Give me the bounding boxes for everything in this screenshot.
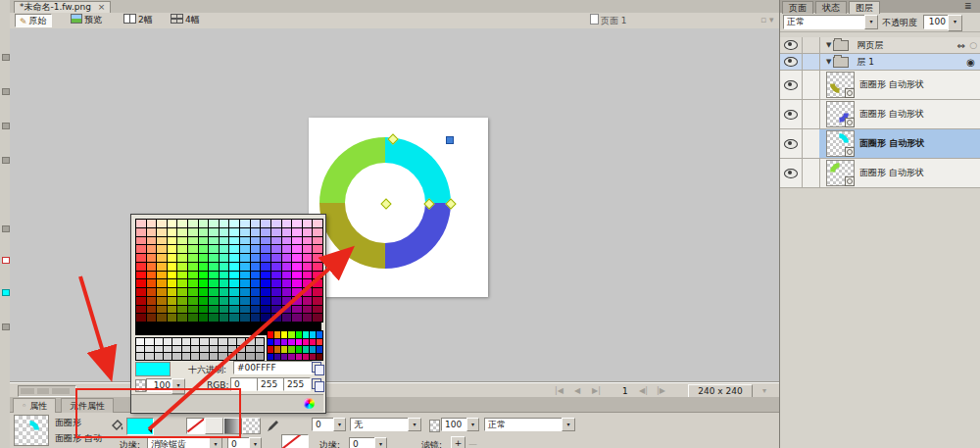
stroke-edge-field[interactable]: 0 <box>349 437 377 448</box>
edge-mode-dropdown[interactable]: 消除锯齿 <box>147 437 213 448</box>
first-page-button[interactable]: |◀ <box>555 386 564 395</box>
palette-swatch[interactable] <box>136 245 146 253</box>
palette-swatch[interactable] <box>292 245 302 253</box>
palette-swatch[interactable] <box>251 314 261 322</box>
opacity-stepper[interactable]: ▾ <box>466 418 479 431</box>
palette-swatch[interactable] <box>188 254 198 262</box>
layer-visibility-toggle[interactable] <box>780 54 803 70</box>
palette-swatch[interactable] <box>209 220 219 227</box>
palette-swatch[interactable] <box>268 346 273 353</box>
palette-swatch[interactable] <box>296 339 302 346</box>
palette-swatch[interactable] <box>229 220 239 227</box>
palette-swatch[interactable] <box>199 220 209 227</box>
step-forward-button[interactable]: |▶ <box>657 386 665 395</box>
palette-swatch[interactable] <box>177 237 187 245</box>
palette-swatch[interactable] <box>261 254 270 262</box>
palette-swatch[interactable] <box>313 254 322 262</box>
palette-swatch[interactable] <box>282 254 292 262</box>
palette-swatch[interactable] <box>261 220 270 227</box>
palette-swatch[interactable] <box>303 297 313 305</box>
palette-swatch[interactable] <box>209 288 219 296</box>
palette-swatch[interactable] <box>313 297 322 305</box>
palette-swatch[interactable] <box>256 338 264 345</box>
palette-swatch[interactable] <box>210 338 218 345</box>
palette-swatch[interactable] <box>296 354 302 361</box>
palette-swatch[interactable] <box>136 220 146 227</box>
chevron-down-icon[interactable]: ▾ <box>209 437 222 448</box>
palette-swatch[interactable] <box>240 314 250 322</box>
palette-swatch[interactable] <box>220 220 229 227</box>
layer-thumbnail[interactable] <box>826 72 855 98</box>
palette-swatch[interactable] <box>220 314 229 322</box>
palette-swatch[interactable] <box>147 254 157 262</box>
palette-swatch[interactable] <box>281 346 287 353</box>
palette-swatch[interactable] <box>157 279 167 287</box>
palette-swatch[interactable] <box>246 353 254 360</box>
palette-swatch[interactable] <box>303 272 313 279</box>
palette-swatch[interactable] <box>168 228 177 236</box>
palette-swatch[interactable] <box>147 263 157 271</box>
palette-swatch[interactable] <box>228 338 236 345</box>
palette-swatch[interactable] <box>303 220 313 227</box>
layer-row[interactable]: 面圈形 自动形状 <box>780 71 980 100</box>
palette-swatch[interactable] <box>313 272 322 279</box>
palette-swatch[interactable] <box>188 288 198 296</box>
palette-swatch[interactable] <box>268 339 273 346</box>
layer1-row[interactable]: ▼ 层 1 ◉ <box>780 54 980 71</box>
palette-swatch[interactable] <box>282 297 292 305</box>
palette-swatch[interactable] <box>292 228 302 236</box>
palette-swatch[interactable] <box>157 237 167 245</box>
palette-swatch[interactable] <box>268 331 273 338</box>
chevron-down-icon[interactable]: ▾ <box>864 15 878 29</box>
palette-swatch[interactable] <box>229 279 239 287</box>
palette-swatch[interactable] <box>251 306 261 314</box>
palette-swatch[interactable] <box>292 297 302 305</box>
palette-swatch[interactable] <box>136 228 146 236</box>
palette-swatch[interactable] <box>229 297 239 305</box>
fill-color-swatch[interactable] <box>126 418 154 435</box>
palette-swatch[interactable] <box>256 346 264 353</box>
palette-swatch[interactable] <box>200 353 208 360</box>
opacity-dropdown-button[interactable]: ▾ <box>172 378 185 394</box>
palette-swatch[interactable] <box>209 228 219 236</box>
palette-swatch[interactable] <box>177 314 187 322</box>
layer-label[interactable]: 面圈形 自动形状 <box>859 78 924 91</box>
palette-swatch[interactable] <box>292 279 302 287</box>
palette-swatch[interactable] <box>251 228 261 236</box>
palette-swatch[interactable] <box>229 254 239 262</box>
palette-swatch[interactable] <box>282 272 292 279</box>
palette-swatch[interactable] <box>177 220 187 227</box>
palette-swatch[interactable] <box>251 245 261 253</box>
palette-swatch[interactable] <box>274 346 280 353</box>
palette-swatch[interactable] <box>292 220 302 227</box>
palette-swatch[interactable] <box>229 245 239 253</box>
magnification-control[interactable]: ▾ <box>762 386 766 395</box>
palette-swatch[interactable] <box>313 288 322 296</box>
hex-value-field[interactable]: #00FFFF <box>233 361 313 374</box>
palette-swatch[interactable] <box>229 306 239 314</box>
palette-swatch[interactable] <box>251 220 261 227</box>
palette-swatch[interactable] <box>317 354 322 361</box>
palette-swatch[interactable] <box>282 228 292 236</box>
palette-swatch[interactable] <box>209 314 219 322</box>
page-options-buttons[interactable]: ▫ ▾ <box>757 14 777 25</box>
palette-swatch[interactable] <box>177 288 187 296</box>
palette-swatch[interactable] <box>261 245 270 253</box>
palette-swatch[interactable] <box>136 306 146 314</box>
palette-swatch[interactable] <box>229 314 239 322</box>
palette-swatch[interactable] <box>199 237 209 245</box>
palette-swatch[interactable] <box>209 245 219 253</box>
palette-swatch[interactable] <box>251 237 261 245</box>
layer-visibility-toggle[interactable] <box>780 37 803 53</box>
palette-swatch[interactable] <box>177 297 187 305</box>
palette-swatch[interactable] <box>310 331 316 338</box>
palette-swatch[interactable] <box>220 263 229 271</box>
palette-swatch[interactable] <box>157 245 167 253</box>
palette-swatch[interactable] <box>303 339 309 346</box>
palette-swatch[interactable] <box>240 237 250 245</box>
chevron-expand-icon[interactable]: ▼ <box>826 58 831 66</box>
chevron-down-icon[interactable]: ▾ <box>562 418 575 431</box>
palette-swatch[interactable] <box>220 254 229 262</box>
copy-icon[interactable] <box>312 378 321 389</box>
palette-swatch[interactable] <box>136 288 146 296</box>
